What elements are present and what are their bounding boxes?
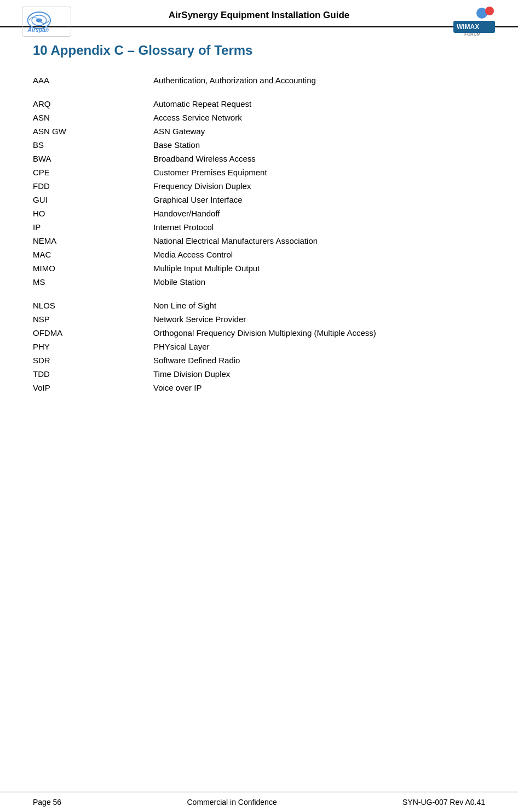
glossary-row: GUIGraphical User Interface (33, 193, 485, 207)
glossary-row: NSPNetwork Service Provider (33, 312, 485, 326)
glossary-definition: Multiple Input Multiple Output (153, 264, 485, 273)
glossary-row: BSBase Station (33, 138, 485, 152)
header-title: AirSynergy Equipment Installation Guide (169, 10, 350, 21)
content: 10 Appendix C – Glossary of Terms AAAAut… (0, 27, 518, 438)
svg-text:Airspan: Airspan (27, 26, 49, 32)
glossary-term: IP (33, 222, 153, 232)
glossary-definition: Access Service Network (153, 113, 485, 122)
glossary-definition: Authentication, Authorization and Accoun… (153, 76, 485, 85)
glossary-definition: Time Division Duplex (153, 369, 485, 379)
glossary-term: OFDMA (33, 328, 153, 338)
svg-text:WiMAX: WiMAX (457, 23, 479, 31)
glossary-term: FDD (33, 181, 153, 191)
glossary-term: VoIP (33, 383, 153, 392)
glossary-definition: Graphical User Interface (153, 195, 485, 204)
glossary-row: MIMOMultiple Input Multiple Output (33, 261, 485, 275)
page: Airspan AirSynergy Equipment Installatio… (0, 0, 518, 812)
glossary-definition: Non Line of Sight (153, 301, 485, 310)
glossary-term: GUI (33, 195, 153, 204)
glossary-row: VoIPVoice over IP (33, 381, 485, 394)
glossary-row: ASN GWASN Gateway (33, 124, 485, 138)
glossary-term: TDD (33, 369, 153, 379)
footer-right: SYN-UG-007 Rev A0.41 (402, 798, 485, 807)
glossary-term: ARQ (33, 99, 153, 108)
glossary-row: FDDFrequency Division Duplex (33, 179, 485, 193)
glossary-row: HOHandover/Handoff (33, 207, 485, 220)
glossary-spacer (33, 87, 485, 97)
glossary-definition: ASN Gateway (153, 127, 485, 136)
glossary-row: BWABroadband Wireless Access (33, 152, 485, 165)
glossary-definition: Customer Premises Equipment (153, 168, 485, 177)
footer-page: Page 56 (33, 798, 61, 807)
airspan-logo: Airspan (22, 7, 71, 37)
glossary-term: MIMO (33, 264, 153, 273)
svg-text:FORUM: FORUM (464, 32, 481, 37)
glossary-term: BWA (33, 154, 153, 163)
glossary-term: HO (33, 209, 153, 218)
glossary-definition: National Electrical Manufacturers Associ… (153, 236, 485, 245)
footer-center: Commercial in Confidence (187, 798, 277, 807)
glossary-term: MAC (33, 250, 153, 259)
glossary-row: ARQAutomatic Repeat Request (33, 97, 485, 111)
glossary-definition: Broadband Wireless Access (153, 154, 485, 163)
glossary-row: IPInternet Protocol (33, 220, 485, 234)
glossary-definition: Network Service Provider (153, 314, 485, 324)
glossary-term: AAA (33, 76, 153, 85)
wimax-logo: WiMAX FORUM (452, 5, 496, 37)
glossary-definition: Mobile Station (153, 277, 485, 287)
glossary-row: CPECustomer Premises Equipment (33, 165, 485, 179)
chapter-title: 10 Appendix C – Glossary of Terms (33, 43, 485, 58)
glossary-definition: Automatic Repeat Request (153, 99, 485, 108)
wimax-logo-container: WiMAX FORUM (452, 5, 496, 37)
glossary-definition: Voice over IP (153, 383, 485, 392)
glossary-row: NEMANational Electrical Manufacturers As… (33, 234, 485, 248)
footer: Page 56 Commercial in Confidence SYN-UG-… (0, 792, 518, 812)
glossary-definition: Software Defined Radio (153, 356, 485, 365)
glossary-definition: Orthogonal Frequency Division Multiplexi… (153, 328, 485, 338)
glossary-definition: PHYsical Layer (153, 342, 485, 351)
glossary-term: ASN GW (33, 127, 153, 136)
header: Airspan AirSynergy Equipment Installatio… (0, 0, 518, 27)
glossary-term: ASN (33, 113, 153, 122)
glossary-term: BS (33, 140, 153, 150)
glossary-row: AAAAuthentication, Authorization and Acc… (33, 73, 485, 87)
glossary-definition: Base Station (153, 140, 485, 150)
glossary-term: NEMA (33, 236, 153, 245)
airspan-logo-container: Airspan (22, 7, 71, 37)
glossary-row: NLOSNon Line of Sight (33, 299, 485, 312)
glossary-definition: Frequency Division Duplex (153, 181, 485, 191)
svg-point-5 (485, 7, 494, 15)
glossary-row: PHYPHYsical Layer (33, 340, 485, 353)
glossary-list: AAAAuthentication, Authorization and Acc… (33, 73, 485, 394)
glossary-row: MSMobile Station (33, 275, 485, 289)
glossary-definition: Internet Protocol (153, 222, 485, 232)
glossary-row: MACMedia Access Control (33, 248, 485, 261)
glossary-definition: Media Access Control (153, 250, 485, 259)
glossary-row: SDRSoftware Defined Radio (33, 353, 485, 367)
glossary-term: NLOS (33, 301, 153, 310)
glossary-row: TDDTime Division Duplex (33, 367, 485, 381)
glossary-term: MS (33, 277, 153, 287)
glossary-term: CPE (33, 168, 153, 177)
glossary-definition: Handover/Handoff (153, 209, 485, 218)
glossary-row: OFDMAOrthogonal Frequency Division Multi… (33, 326, 485, 340)
glossary-row: ASNAccess Service Network (33, 111, 485, 124)
glossary-spacer (33, 289, 485, 299)
glossary-term: PHY (33, 342, 153, 351)
glossary-term: NSP (33, 314, 153, 324)
glossary-term: SDR (33, 356, 153, 365)
